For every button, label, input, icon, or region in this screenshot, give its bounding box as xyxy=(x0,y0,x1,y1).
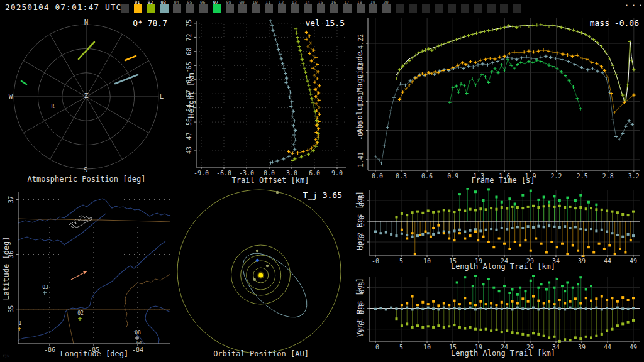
river-line xyxy=(18,214,106,245)
swatch-empty xyxy=(474,4,482,13)
swatch-blank xyxy=(121,4,129,13)
station-swatch-07[interactable] xyxy=(213,4,221,13)
station-swatch-01[interactable] xyxy=(134,4,142,13)
horz-xlabel: Length Along Trail [km] xyxy=(434,262,572,271)
station-swatch-15[interactable] xyxy=(317,4,325,13)
svg-text:5: 5 xyxy=(399,344,403,351)
station-swatch-13[interactable] xyxy=(291,4,299,13)
svg-text:37: 37 xyxy=(8,196,14,204)
orbit-corner-stat: T_j 3.65 xyxy=(277,190,342,200)
border-line xyxy=(125,274,170,327)
polar-axis-title: Atmospheric Position [deg] xyxy=(13,175,160,184)
station-swatch-08[interactable] xyxy=(226,4,234,13)
svg-text:75: 75 xyxy=(186,19,192,27)
overflow-menu-icon[interactable]: ··· xyxy=(624,0,644,11)
swatch-empty xyxy=(448,4,456,13)
station-swatch-10[interactable] xyxy=(252,4,260,13)
svg-text:2.8: 2.8 xyxy=(602,173,614,180)
svg-text:39: 39 xyxy=(578,344,586,351)
station-marker-02 xyxy=(78,317,82,321)
atmospheric-position-plot: R xyxy=(0,15,176,188)
svg-text:02: 02 xyxy=(77,310,84,316)
station-swatch-03[interactable] xyxy=(160,4,169,13)
polar-west-label: W xyxy=(6,92,16,101)
trail-ylabel: Height [km] xyxy=(187,49,196,137)
svg-text:-0: -0 xyxy=(372,344,379,351)
orbital-position-plot xyxy=(176,188,352,362)
trail-01 xyxy=(125,56,136,60)
station-swatch-06[interactable] xyxy=(199,4,208,13)
map-xlabel: Longitude [deg] xyxy=(31,349,157,358)
swatch-empty xyxy=(396,4,404,13)
swatch-empty xyxy=(487,4,496,13)
swatch-empty xyxy=(461,4,469,13)
svg-text:08: 08 xyxy=(135,330,141,336)
mag-ylabel: Absolute Magnitude xyxy=(355,48,364,136)
mercury-dot xyxy=(253,278,256,281)
mars-dot xyxy=(256,250,258,252)
station-swatch-17[interactable] xyxy=(343,4,352,13)
svg-text:0.3: 0.3 xyxy=(396,173,407,180)
station-swatch-04[interactable] xyxy=(173,4,181,13)
station-swatch-09[interactable] xyxy=(238,4,247,13)
river-line xyxy=(18,241,165,341)
map-footnote: rjw xyxy=(3,353,9,358)
trajectory-scribble xyxy=(69,216,92,228)
svg-text:1: 1 xyxy=(19,321,22,326)
station-swatch-11[interactable] xyxy=(265,4,273,13)
vert-xlabel: Length Along Trail [km] xyxy=(434,349,572,358)
svg-text:1.41: 1.41 xyxy=(357,152,364,167)
orbit-xlabel: Orbital Position [AU] xyxy=(186,349,336,358)
trail-corner-stat: vel 15.5 xyxy=(270,18,345,28)
svg-text:39: 39 xyxy=(578,258,586,265)
border-line xyxy=(67,309,74,344)
svg-text:3.2: 3.2 xyxy=(628,173,640,180)
svg-text:10: 10 xyxy=(423,344,431,351)
swatch-empty xyxy=(513,4,521,13)
polar-east-label: E xyxy=(157,92,167,101)
station-swatch-19[interactable] xyxy=(369,4,377,13)
station-swatch-16[interactable] xyxy=(330,4,338,13)
venus-dot xyxy=(266,265,269,267)
station-swatch-12[interactable] xyxy=(278,4,286,13)
polar-zenith-label: Z xyxy=(81,92,91,100)
polar-corner-stat: Q* 78.7 xyxy=(113,18,167,28)
arrow-head-icon xyxy=(83,271,87,274)
swatch-empty xyxy=(435,4,443,13)
station-marker-03 xyxy=(43,291,47,295)
svg-text:44: 44 xyxy=(604,344,611,351)
swatch-empty xyxy=(409,4,417,13)
svg-text:44: 44 xyxy=(604,258,611,265)
station-marker-08 xyxy=(135,336,139,340)
app-window: 20250104 07:01:47 UTC 010203040506070809… xyxy=(0,0,644,362)
vert-ylabel: Vert Res [km] xyxy=(355,263,364,351)
clock: 20250104 07:01:47 UTC xyxy=(5,3,121,12)
svg-text:03: 03 xyxy=(42,285,48,290)
station-swatch-20[interactable] xyxy=(382,4,391,13)
border-line xyxy=(18,219,170,222)
earth-dot xyxy=(256,259,259,262)
trail-07 xyxy=(21,81,26,84)
svg-text:49: 49 xyxy=(630,344,637,351)
swatch-empty xyxy=(500,4,508,13)
svg-text:43: 43 xyxy=(186,146,192,154)
sun-dot xyxy=(258,273,263,278)
station-swatch-05[interactable] xyxy=(186,4,194,13)
mag-corner-stat: mass -0.06 xyxy=(547,18,639,28)
svg-text:-0: -0 xyxy=(372,258,379,265)
station-swatch-02[interactable] xyxy=(147,4,155,13)
trail-xlabel: Trail Offset [km] xyxy=(208,176,333,185)
svg-text:2.5: 2.5 xyxy=(577,173,588,180)
svg-text:-9.0: -9.0 xyxy=(194,170,209,177)
station-swatch-18[interactable] xyxy=(357,4,365,13)
map-ylabel: Latitude [deg] xyxy=(2,224,11,312)
svg-text:49: 49 xyxy=(630,258,637,265)
horz-ylabel: Horz Res [km] xyxy=(355,177,364,265)
polar-north-label: N xyxy=(80,18,92,26)
svg-text:10: 10 xyxy=(423,258,431,265)
mag-xlabel: Frame Time [s] xyxy=(440,176,566,185)
river-line xyxy=(145,306,170,344)
station-swatch-14[interactable] xyxy=(304,4,312,13)
planet-orbit xyxy=(177,190,341,353)
light-curve-plot: -0.00.30.60.91.31.61.92.22.52.83.21.41-0… xyxy=(352,15,644,188)
